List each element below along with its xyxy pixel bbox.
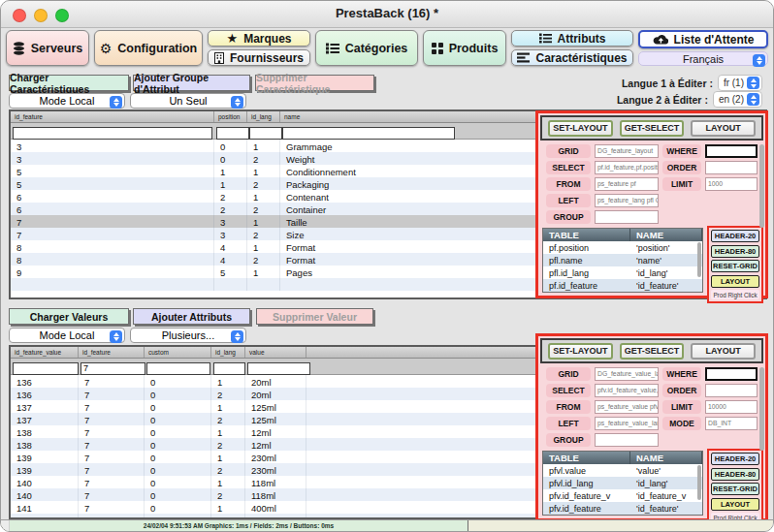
categories-button[interactable]: Catégories — [315, 30, 418, 66]
filter-input[interactable] — [146, 362, 210, 375]
get-select-button[interactable]: GET-SELECT — [620, 120, 685, 137]
header-80-button[interactable]: HEADER-80 — [711, 468, 759, 481]
set-layout-button[interactable]: SET-LAYOUT — [548, 343, 613, 360]
values-sql-panel: SET-LAYOUTGET-SELECTLAYOUTGRIDDG_feature… — [535, 333, 768, 521]
grid-layout-button[interactable]: LAYOUT — [711, 275, 759, 288]
limit-input[interactable]: 10000 — [705, 400, 758, 414]
database-icon — [13, 42, 25, 55]
filter-input[interactable] — [216, 127, 249, 140]
langue1-select[interactable]: fr (1) — [718, 75, 762, 91]
ajouter-groupe-attribut-button[interactable]: Ajouter Groupe d'Attribut — [133, 75, 250, 91]
cell: 141 — [11, 501, 79, 514]
header-80-button[interactable]: HEADER-80 — [711, 245, 759, 258]
filter-cell — [247, 122, 280, 140]
supprimer-caracteristique-button[interactable]: Supprimer Caractéristique — [255, 75, 374, 91]
select-input[interactable]: pfv.id_feature_value,p — [595, 384, 659, 397]
categories-label: Catégories — [345, 42, 408, 55]
column-header[interactable]: id_feature — [79, 347, 145, 358]
column-header[interactable]: value — [245, 347, 306, 358]
column-header[interactable]: id_feature — [11, 111, 214, 122]
filter-input[interactable] — [282, 127, 455, 140]
grid-input[interactable]: DG_feature_layout — [595, 144, 659, 158]
filter-input[interactable] — [213, 362, 245, 375]
from-input[interactable]: ps_feature pf — [595, 177, 659, 191]
left-input[interactable]: ps_feature_value_lang — [595, 417, 659, 430]
from-input[interactable]: ps_feature_value pfv — [595, 400, 659, 414]
features-sql-panel: SET-LAYOUTGET-SELECTLAYOUTGRIDDG_feature… — [535, 110, 768, 298]
cell: 12ml — [245, 425, 306, 438]
where-input[interactable] — [705, 367, 758, 381]
scrollbar-thumb[interactable] — [759, 367, 764, 451]
mapping-cell: 'value' — [630, 464, 702, 477]
scrollbar-thumb[interactable] — [697, 465, 701, 500]
column-header[interactable]: id_lang — [247, 111, 280, 122]
charger-caracteristiques-button[interactable]: Charger Caractéristiques — [9, 75, 129, 91]
serveurs-button[interactable]: Serveurs — [6, 30, 89, 66]
mode-input[interactable]: DB_INT — [705, 417, 758, 430]
filter-input[interactable] — [13, 127, 212, 140]
quantity-select-2[interactable]: Plusieurs... — [130, 328, 246, 343]
order-input[interactable] — [705, 384, 758, 397]
mapping-row[interactable]: pfvl.value'value' — [543, 464, 702, 477]
filter-cell — [214, 122, 247, 140]
header-20-button[interactable]: HEADER-20 — [711, 453, 759, 465]
column-header[interactable]: id_lang — [211, 347, 245, 358]
star-icon: ★ — [226, 32, 238, 46]
scrollbar-thumb[interactable] — [697, 242, 701, 277]
layout-button[interactable]: LAYOUT — [691, 343, 756, 360]
marques-button[interactable]: ★ Marques — [208, 30, 310, 47]
select-input[interactable]: pf.id_feature,pf.positio — [595, 161, 659, 174]
cell: 4 — [214, 253, 247, 266]
scrollbar-thumb[interactable] — [759, 144, 764, 228]
header-20-button[interactable]: HEADER-20 — [711, 230, 759, 242]
group-input[interactable] — [595, 433, 659, 447]
filter-input[interactable] — [247, 362, 310, 375]
filter-input[interactable] — [81, 362, 145, 375]
zoom-button[interactable] — [55, 9, 69, 22]
filter-input[interactable] — [13, 362, 79, 375]
cell: 2 — [211, 438, 245, 451]
supprimer-valeur-button[interactable]: Supprimer Valeur — [256, 308, 373, 325]
mapping-row[interactable]: pfvl.id_lang'id_lang' — [543, 477, 702, 489]
close-button[interactable] — [13, 9, 26, 22]
mapping-row[interactable]: pf.position'position' — [543, 241, 702, 254]
resize-grip[interactable] — [1, 520, 10, 531]
mapping-row[interactable]: pfl.id_lang'id_lang' — [543, 266, 702, 279]
ajouter-attributs-button[interactable]: Ajouter Attributs — [133, 308, 250, 325]
mapping-row[interactable]: pfv.id_feature'id_feature' — [543, 502, 702, 515]
group-input[interactable] — [595, 210, 659, 224]
grid-layout-button[interactable]: LAYOUT — [711, 498, 759, 511]
left-input[interactable]: ps_feature_lang pfl ON — [595, 194, 659, 207]
mapping-row[interactable]: pf.id_feature'id_feature' — [543, 279, 702, 292]
grid-input[interactable]: DG_feature_value_layo — [595, 367, 659, 381]
produits-button[interactable]: Produits — [423, 30, 506, 66]
column-header[interactable]: custom — [145, 347, 211, 358]
charger-valeurs-button[interactable]: Charger Valeurs — [9, 308, 129, 325]
order-input[interactable] — [705, 161, 758, 174]
caracteristiques-button[interactable]: Caractéristiques — [511, 49, 633, 66]
layout-button[interactable]: LAYOUT — [691, 120, 756, 137]
quantity-select-1[interactable]: Un Seul — [130, 93, 246, 109]
mode-select-2[interactable]: Mode Local — [9, 328, 125, 343]
mapping-row[interactable]: pfv.id_feature_v'id_feature_v — [543, 489, 702, 502]
get-select-button[interactable]: GET-SELECT — [620, 343, 685, 360]
column-header[interactable]: id_feature_value — [11, 347, 79, 358]
attributs-button[interactable]: Attributs — [511, 30, 633, 47]
column-header[interactable]: position — [214, 111, 247, 122]
reset-grid-button[interactable]: RESET-GRID — [711, 260, 759, 272]
configuration-button[interactable]: ⚙ Configuration — [94, 30, 203, 66]
mode-select-1[interactable]: Mode Local — [9, 93, 125, 109]
minimize-button[interactable] — [34, 9, 48, 22]
mapping-cell: pf.position — [543, 241, 630, 254]
fournisseurs-button[interactable]: Fournisseurs — [208, 49, 310, 66]
filter-cell — [145, 358, 211, 375]
langue2-select[interactable]: en (2) — [713, 91, 762, 108]
set-layout-button[interactable]: SET-LAYOUT — [548, 120, 613, 137]
limit-input[interactable]: 1000 — [705, 177, 758, 191]
filter-input[interactable] — [249, 127, 282, 140]
reset-grid-button[interactable]: RESET-GRID — [711, 483, 759, 495]
where-input[interactable] — [705, 144, 758, 158]
liste-attente-button[interactable]: Liste d'Attente — [638, 30, 768, 48]
app-language-select[interactable]: Français — [638, 51, 768, 66]
mapping-row[interactable]: pfl.name'name' — [543, 254, 702, 266]
